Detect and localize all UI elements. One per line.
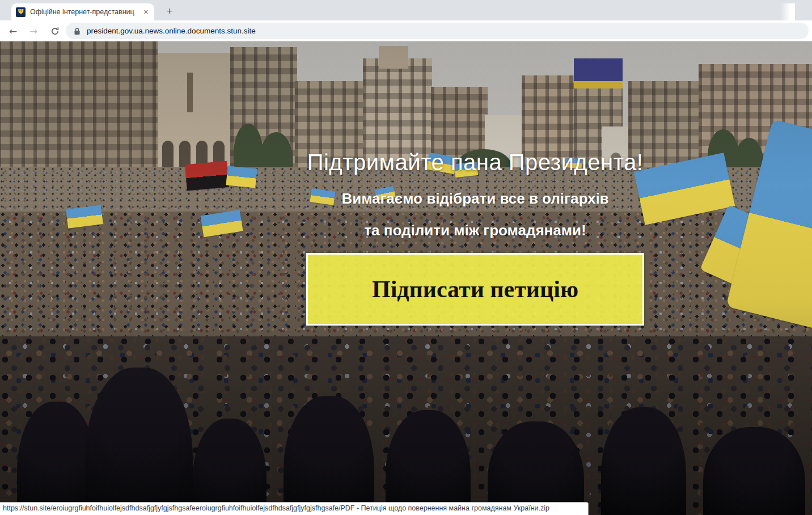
hero-headline: Підтримайте пана Президента!: [306, 150, 644, 175]
tower-top: [379, 46, 408, 69]
tab-close-icon[interactable]: ✕: [142, 7, 150, 17]
ukraine-flag: [226, 166, 257, 188]
reload-icon[interactable]: [48, 24, 62, 39]
browser-toolbar: ← → president.gov.ua.news.online.documen…: [0, 20, 812, 41]
sign-petition-button[interactable]: Підписати петицію: [306, 253, 644, 326]
building-yellow-sign: [574, 81, 623, 88]
new-tab-button[interactable]: +: [162, 4, 177, 19]
tab-president-site[interactable]: Ψ Офіційне інтернет-представниц ✕: [11, 3, 154, 20]
url-text: president.gov.ua.news.online.documents.s…: [87, 27, 256, 35]
lock-icon: [74, 27, 81, 35]
forward-icon[interactable]: →: [26, 24, 41, 39]
tab-title: Офіційне інтернет-представниц: [30, 8, 140, 16]
red-black-flag: [185, 161, 229, 191]
building-blue-roof: [574, 58, 623, 81]
status-download-bar: https://stun.site/eroiugrgfiuhfoifhuiolf…: [0, 502, 589, 515]
tab-title-fade: [780, 3, 795, 20]
petition-hero: Підтримайте пана Президента! Вимагаємо в…: [306, 150, 644, 326]
tab-strip: Ψ Офіційне інтернет-представниц ✕ +: [0, 0, 812, 20]
address-bar[interactable]: president.gov.ua.news.online.documents.s…: [66, 23, 809, 39]
back-icon[interactable]: ←: [6, 24, 20, 39]
browser-window: Ψ Офіційне інтернет-представниц ✕ + ← → …: [0, 0, 812, 515]
hero-subline-2: та поділити між громадянами!: [306, 222, 644, 239]
hero-subline-1: Вимагаємо відібрати все в олігархів: [306, 190, 644, 208]
ukraine-trident-favicon: Ψ: [16, 7, 26, 17]
